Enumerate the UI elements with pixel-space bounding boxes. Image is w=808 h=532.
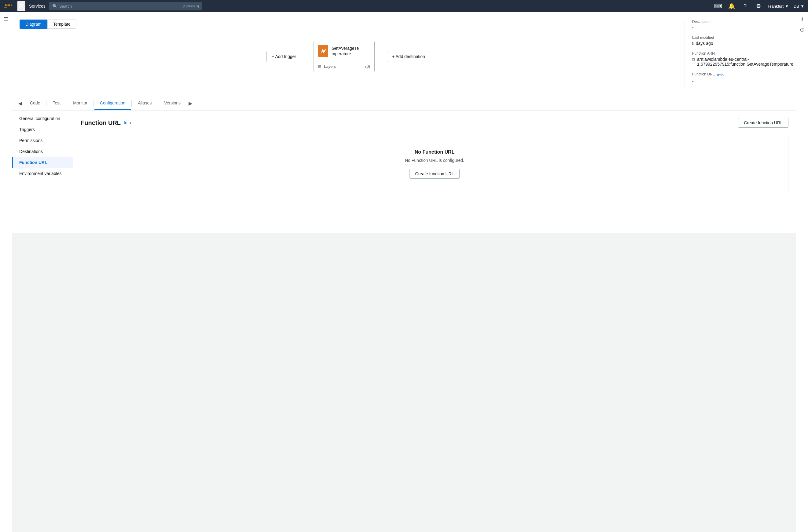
- search-shortcut: [Option+S]: [183, 4, 199, 8]
- function-url-label: Function URL: [692, 72, 715, 76]
- sidebar-item-triggers[interactable]: Triggers: [12, 124, 73, 135]
- user-label: DB: [794, 4, 799, 8]
- sidebar-item-function-url[interactable]: Function URL: [12, 157, 73, 168]
- search-input[interactable]: [59, 4, 183, 8]
- help-icon[interactable]: ?: [741, 2, 749, 11]
- tab-separator-3: [93, 100, 94, 107]
- history-icon[interactable]: ◷: [800, 26, 804, 32]
- function-arn-label: Function ARN: [692, 51, 788, 56]
- tab-diagram[interactable]: Diagram: [20, 20, 48, 29]
- panel-title-text: Function URL: [81, 119, 121, 127]
- layers-count: (0): [365, 64, 370, 69]
- main-content: Diagram Template + Add trigger: [12, 12, 796, 532]
- add-trigger-button[interactable]: + Add trigger: [267, 51, 301, 62]
- function-card: GetAverageTe mperature ⊞ Layers (0): [314, 41, 375, 72]
- services-label[interactable]: Services: [29, 4, 45, 8]
- description-value: -: [692, 25, 788, 30]
- tab-separator-4: [131, 100, 132, 107]
- right-panel: ℹ ◷: [796, 12, 808, 532]
- description-section: Description -: [692, 20, 788, 30]
- nav-right: ⌨ 🔔 ? ⚙ Frankfurt ▼ DB ▼: [714, 2, 804, 11]
- user-chevron-icon: ▼: [800, 4, 804, 8]
- tabs-bar: ◀ Code Test Monitor Configuration Aliase…: [12, 96, 796, 111]
- panel-title: Function URL Info: [81, 119, 131, 127]
- create-function-url-button-top[interactable]: Create function URL: [738, 118, 788, 128]
- sidebar-item-permissions[interactable]: Permissions: [12, 135, 73, 146]
- sidebar-toggle: ☰: [0, 12, 12, 532]
- sidebar-item-destinations[interactable]: Destinations: [12, 146, 73, 157]
- diagram-info-panel: Description - Last modified 8 days ago F…: [684, 20, 788, 89]
- function-url-value: -: [692, 79, 788, 84]
- sidebar-item-environment-variables[interactable]: Environment variables: [12, 168, 73, 179]
- function-url-info-link[interactable]: Info: [717, 73, 724, 77]
- terminal-icon[interactable]: ⌨: [714, 2, 722, 11]
- copy-arn-icon[interactable]: ⧉: [692, 57, 695, 62]
- tab-next-button[interactable]: ▶: [186, 97, 195, 110]
- panel-header: Function URL Info Create function URL: [81, 118, 788, 128]
- tab-monitor[interactable]: Monitor: [68, 96, 93, 110]
- function-arn-value: arn:aws:lambda:eu-central-1:679922957915…: [697, 57, 793, 66]
- tab-separator-5: [158, 100, 158, 107]
- function-url-header-row: Function URL Info: [692, 72, 788, 78]
- function-card-header: GetAverageTe mperature: [314, 41, 374, 61]
- last-modified-value: 8 days ago: [692, 41, 788, 46]
- tab-separator-1: [46, 100, 47, 107]
- add-destination-button[interactable]: + Add destination: [387, 51, 430, 62]
- function-card-layers: ⊞ Layers (0): [314, 61, 374, 72]
- empty-state-description: No Function URL is configured.: [87, 158, 782, 163]
- function-arn-section: Function ARN ⧉ arn:aws:lambda:eu-central…: [692, 51, 788, 66]
- tab-aliases[interactable]: Aliases: [132, 96, 157, 110]
- user-menu[interactable]: DB ▼: [794, 4, 804, 8]
- create-function-url-button-empty[interactable]: Create function URL: [409, 169, 460, 179]
- bell-icon[interactable]: 🔔: [727, 2, 736, 11]
- empty-state-title: No Function URL: [87, 149, 782, 155]
- panel-info-link[interactable]: Info: [124, 120, 131, 125]
- function-url-panel: Function URL Info Create function URL No…: [81, 118, 788, 194]
- layers-left: ⊞ Layers: [318, 64, 336, 69]
- region-label: Frankfurt: [768, 4, 784, 8]
- tab-separator-2: [67, 100, 67, 107]
- region-selector[interactable]: Frankfurt ▼: [768, 4, 789, 8]
- tab-prev-button[interactable]: ◀: [16, 97, 24, 110]
- config-wrapper: General configuration Triggers Permissio…: [12, 111, 796, 233]
- info-circle-icon[interactable]: ℹ: [801, 16, 803, 22]
- search-bar[interactable]: 🔍 [Option+S]: [49, 2, 202, 11]
- diagram-canvas: + Add trigger GetAverageTe mperature: [20, 35, 677, 78]
- config-sidebar: General configuration Triggers Permissio…: [12, 111, 73, 233]
- layers-icon: ⊞: [318, 64, 322, 69]
- last-modified-label: Last modified: [692, 35, 788, 40]
- function-name: GetAverageTe mperature: [332, 45, 370, 57]
- tab-test[interactable]: Test: [47, 96, 66, 110]
- region-chevron-icon: ▼: [785, 4, 789, 8]
- function-url-section: Function URL Info -: [692, 72, 788, 84]
- description-label: Description: [692, 20, 788, 24]
- tab-template[interactable]: Template: [48, 20, 76, 29]
- empty-state: No Function URL No Function URL is confi…: [81, 134, 788, 194]
- settings-icon[interactable]: ⚙: [754, 2, 763, 11]
- tab-configuration[interactable]: Configuration: [94, 96, 131, 110]
- aws-logo[interactable]: aws: [4, 3, 14, 10]
- tab-code[interactable]: Code: [24, 96, 45, 110]
- page-wrapper: ☰ Diagram Template + Add trigger: [0, 12, 808, 532]
- svg-text:aws: aws: [4, 7, 7, 8]
- last-modified-section: Last modified 8 days ago: [692, 35, 788, 46]
- grid-icon[interactable]: ⊞: [17, 1, 25, 11]
- diagram-left: Diagram Template + Add trigger: [20, 20, 677, 89]
- search-icon: 🔍: [52, 4, 57, 8]
- top-nav: aws ⊞ Services 🔍 [Option+S] ⌨ 🔔 ? ⚙ Fran…: [0, 0, 808, 12]
- function-arn-row: ⧉ arn:aws:lambda:eu-central-1:6799229579…: [692, 57, 788, 66]
- layers-label: Layers: [324, 64, 336, 69]
- lambda-icon: [318, 45, 328, 57]
- tab-versions[interactable]: Versions: [159, 96, 186, 110]
- sidebar-item-general-configuration[interactable]: General configuration: [12, 113, 73, 124]
- diagram-tabs: Diagram Template: [20, 20, 677, 29]
- config-main: Function URL Info Create function URL No…: [73, 111, 796, 233]
- diagram-section: Diagram Template + Add trigger: [12, 12, 796, 96]
- menu-toggle-button[interactable]: ☰: [4, 16, 8, 23]
